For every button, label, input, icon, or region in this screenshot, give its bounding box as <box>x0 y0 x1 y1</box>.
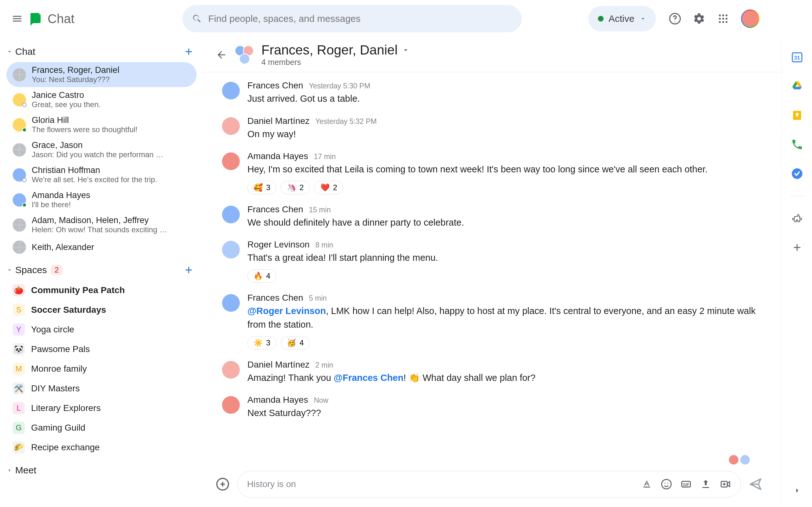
apps-button[interactable] <box>717 12 729 25</box>
chat-title[interactable]: Frances, Roger, Daniel <box>261 43 410 58</box>
conversation-name: Grace, Jason <box>32 140 163 150</box>
space-item[interactable]: 🍅Community Pea Patch <box>6 280 197 300</box>
conversation-item[interactable]: Keith, Alexander <box>6 237 197 257</box>
reaction-chip[interactable]: ❤️2 <box>314 181 343 194</box>
conversation-item[interactable]: Adam, Madison, Helen, JeffreyHelen: Oh w… <box>6 212 197 237</box>
tasks-app-icon[interactable] <box>790 167 804 181</box>
emoji-button[interactable] <box>661 478 672 490</box>
svg-text:31: 31 <box>794 55 800 61</box>
conversation-item[interactable]: Grace, JasonJason: Did you watch the per… <box>6 137 197 162</box>
status-selector[interactable]: Active <box>589 6 656 32</box>
mention[interactable]: @Roger Levinson <box>247 306 326 316</box>
message-time: 15 min <box>309 206 331 214</box>
space-icon: 🐼 <box>13 343 25 355</box>
chat-section-header[interactable]: Chat <box>0 44 203 60</box>
meet-button[interactable] <box>720 478 731 490</box>
reaction-chip[interactable]: 🦄2 <box>281 181 310 194</box>
account-button[interactable] <box>741 9 759 28</box>
new-chat-button[interactable] <box>183 46 194 57</box>
space-item[interactable]: MMonroe family <box>6 359 197 379</box>
reaction-chip[interactable]: 🥰3 <box>247 181 276 194</box>
avatar <box>222 153 240 170</box>
avatar <box>13 68 26 81</box>
svg-point-10 <box>726 21 728 23</box>
message: Frances ChenYesterday 5:30 PMJust arrive… <box>222 75 763 111</box>
space-name: Recipe exchange <box>31 442 100 452</box>
help-button[interactable] <box>669 12 681 25</box>
reaction-chip[interactable]: ☀️3 <box>247 336 276 349</box>
message-author: Amanda Hayes <box>247 151 308 161</box>
add-button[interactable] <box>216 477 230 491</box>
meet-section-label: Meet <box>15 465 37 475</box>
keep-app-icon[interactable] <box>790 108 804 122</box>
avatar <box>13 93 26 107</box>
space-name: Pawsome Pals <box>31 344 90 354</box>
message: Daniel Martínez2 minAmazing! Thank you @… <box>222 354 763 390</box>
space-item[interactable]: SSoccer Saturdays <box>6 300 197 320</box>
gif-button[interactable]: GIF <box>680 478 692 490</box>
message: Frances Chen15 minWe should definitely h… <box>222 199 763 235</box>
space-item[interactable]: 🛠️DIY Masters <box>6 379 197 398</box>
back-button[interactable] <box>216 49 227 60</box>
message-author: Frances Chen <box>247 293 303 303</box>
read-receipts <box>203 455 781 464</box>
space-item[interactable]: YYoga circle <box>6 320 197 339</box>
chat-member-count[interactable]: 4 members <box>261 58 410 67</box>
chevron-down-icon <box>640 15 647 22</box>
avatar <box>13 168 26 181</box>
conversation-item[interactable]: Frances, Roger, DanielYou: Next Saturday… <box>6 62 197 87</box>
message-author: Frances Chen <box>247 80 303 91</box>
sidebar: Chat Frances, Roger, DanielYou: Next Sat… <box>0 38 203 507</box>
space-icon: S <box>13 304 25 316</box>
conversation-name: Christian Hoffman <box>32 165 157 175</box>
message-author: Daniel Martínez <box>247 116 310 126</box>
avatar <box>222 206 240 223</box>
upload-button[interactable] <box>700 478 711 490</box>
main-chat-panel: Frances, Roger, Daniel 4 members Frances… <box>203 38 781 507</box>
mention[interactable]: @Frances Chen <box>334 373 403 383</box>
collapse-panel-button[interactable] <box>790 484 804 498</box>
settings-button[interactable] <box>693 12 705 25</box>
svg-point-2 <box>719 14 721 16</box>
new-space-button[interactable] <box>183 265 194 275</box>
conversation-item[interactable]: Christian HoffmanWe're all set. He's exc… <box>6 162 197 187</box>
search-input[interactable] <box>208 13 512 24</box>
drive-app-icon[interactable] <box>790 79 804 93</box>
search-bar[interactable] <box>183 5 522 32</box>
calendar-app-icon[interactable]: 31 <box>790 50 804 64</box>
addons-button[interactable] <box>790 211 804 225</box>
chevron-down-icon <box>402 46 410 54</box>
space-icon: G <box>13 422 25 434</box>
message-composer[interactable]: History is on GIF <box>237 471 741 498</box>
space-item[interactable]: LLiterary Explorers <box>6 398 197 418</box>
avatar <box>13 118 26 131</box>
avatar <box>222 117 240 135</box>
space-name: Soccer Saturdays <box>31 305 106 315</box>
format-button[interactable] <box>641 478 653 490</box>
contacts-app-icon[interactable] <box>790 137 804 152</box>
space-item[interactable]: 🐼Pawsome Pals <box>6 339 197 359</box>
meet-section-header[interactable]: Meet <box>0 462 203 478</box>
message-author: Frances Chen <box>247 205 303 215</box>
chat-avatar-stack <box>235 45 254 64</box>
space-item[interactable]: GGaming Guild <box>6 418 197 438</box>
conversation-item[interactable]: Amanda HayesI'll be there! <box>6 187 197 212</box>
spaces-section-header[interactable]: Spaces 2 <box>0 262 203 278</box>
space-item[interactable]: 🌮Recipe exchange <box>6 438 197 457</box>
space-name: Yoga circle <box>31 325 74 335</box>
main-menu-button[interactable] <box>9 11 25 26</box>
message-time: Now <box>314 396 328 405</box>
message-text: That's a great idea! I'll start planning… <box>247 251 763 265</box>
message-time: 2 min <box>315 361 333 370</box>
reaction-chip[interactable]: 🔥4 <box>247 269 276 283</box>
send-button[interactable] <box>749 477 763 491</box>
message-text: We should definitely have a dinner party… <box>247 216 763 230</box>
spaces-section-label: Spaces <box>15 265 47 275</box>
conversation-item[interactable]: Gloria HillThe flowers were so thoughtfu… <box>6 112 197 137</box>
message-text: Next Saturday??? <box>247 406 763 420</box>
space-icon: L <box>13 402 25 414</box>
reaction-chip[interactable]: 🥳4 <box>281 336 310 349</box>
get-addons-button[interactable] <box>790 240 804 255</box>
svg-point-8 <box>719 21 721 23</box>
conversation-item[interactable]: Janice CastroGreat, see you then. <box>6 87 197 112</box>
